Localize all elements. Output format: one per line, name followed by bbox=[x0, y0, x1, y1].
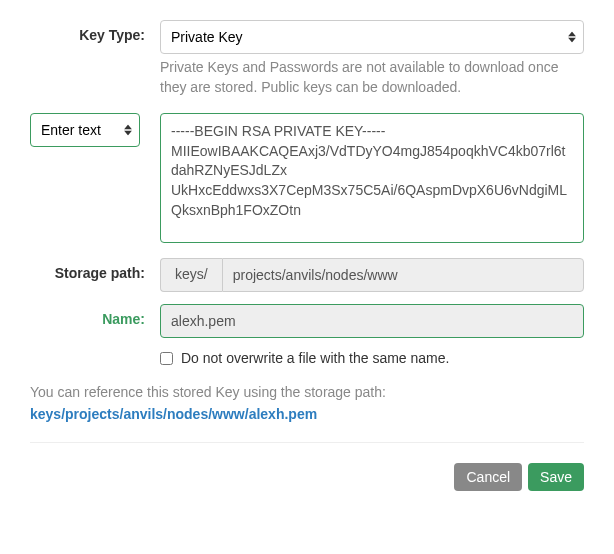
save-button[interactable]: Save bbox=[528, 463, 584, 491]
name-input[interactable] bbox=[160, 304, 584, 338]
divider bbox=[30, 442, 584, 443]
storage-path-input[interactable] bbox=[222, 258, 584, 292]
overwrite-checkbox-label[interactable]: Do not overwrite a file with the same na… bbox=[160, 350, 584, 366]
storage-path-prefix: keys/ bbox=[160, 258, 222, 292]
reference-intro: You can reference this stored Key using … bbox=[30, 384, 584, 400]
key-type-select[interactable]: Private Key bbox=[160, 20, 584, 54]
key-body-textarea[interactable]: -----BEGIN RSA PRIVATE KEY----- MIIEowIB… bbox=[160, 113, 584, 243]
name-label: Name: bbox=[30, 304, 160, 327]
entry-mode-select[interactable]: Enter text bbox=[30, 113, 140, 147]
reference-path: keys/projects/anvils/nodes/www/alexh.pem bbox=[30, 406, 584, 422]
overwrite-checkbox[interactable] bbox=[160, 352, 173, 365]
cancel-button[interactable]: Cancel bbox=[454, 463, 522, 491]
key-type-helper: Private Keys and Passwords are not avail… bbox=[160, 58, 584, 97]
storage-path-label: Storage path: bbox=[30, 258, 160, 281]
key-type-label: Key Type: bbox=[30, 20, 160, 43]
overwrite-text: Do not overwrite a file with the same na… bbox=[181, 350, 449, 366]
